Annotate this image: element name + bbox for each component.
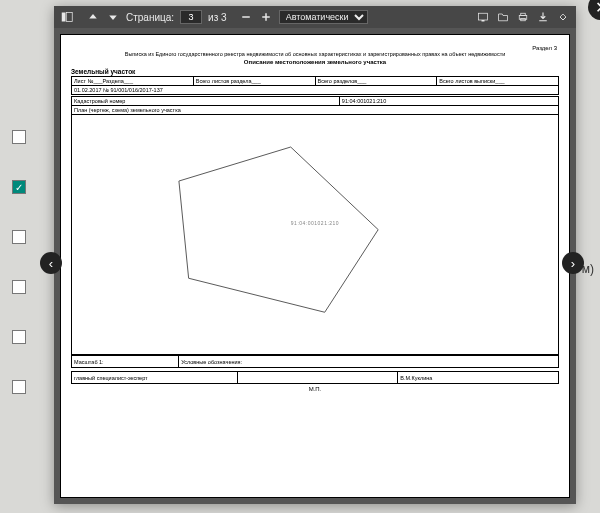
kad-label: Кадастровый номер [72,97,340,106]
meta-c3: Всего разделов___ [315,77,437,86]
foot-table-1: Масштаб 1: Условные обозначения: [71,355,559,368]
foot2-c3: В.М.Куклина [398,372,559,384]
page-label: Страница: [126,12,174,23]
checkbox-2[interactable]: ✓ [12,180,26,194]
zoom-out-icon[interactable] [239,10,253,24]
zoom-select[interactable]: Автоматически [279,10,368,24]
svg-rect-2 [242,16,250,18]
tools-icon[interactable] [556,10,570,24]
foot1-c2: Условные обозначения: [179,356,559,368]
checkbox-3[interactable] [12,230,26,244]
sidebar-toggle-icon[interactable] [60,10,74,24]
meta-date-num: 01.02.2017 № 91/001/016/2017-137 [72,86,559,95]
document-page: Раздел 3 Выписка из Единого государствен… [60,34,570,498]
page-down-icon[interactable] [106,10,120,24]
download-icon[interactable] [536,10,550,24]
svg-rect-5 [479,13,488,20]
parcel-shape [72,115,558,354]
plan-center-text: 91:04:001021:210 [291,220,339,226]
kad-table: Кадастровый номер 91:04:001021:210 [71,96,559,106]
meta-c4: Всего листов выписки___ [437,77,559,86]
print-icon[interactable] [516,10,530,24]
zoom-in-icon[interactable] [259,10,273,24]
foot-table-2: главный специалист-эксперт В.М.Куклина [71,371,559,384]
checkbox-1[interactable] [12,130,26,144]
doc-subtitle: Описание местоположения земельного участ… [71,59,559,65]
svg-rect-4 [265,13,267,21]
pdf-page-area[interactable]: Раздел 3 Выписка из Единого государствен… [54,28,576,504]
presentation-icon[interactable] [476,10,490,24]
svg-rect-1 [66,13,72,22]
kad-value: 91:04:001021:210 [339,97,558,106]
land-label: Земельный участок [71,68,559,75]
foot2-c1: главный специалист-эксперт [72,372,238,384]
svg-rect-6 [482,20,485,22]
meta-c1: Лист №___Раздела___ [72,77,194,86]
close-button[interactable]: ✕ [588,0,600,20]
plan-label: План (чертеж, схема) земельного участка [71,106,559,115]
meta-table: Лист №___Раздела___ Всего листов раздела… [71,76,559,95]
svg-rect-8 [521,13,526,15]
doc-title: Выписка из Единого государственного реес… [71,51,559,58]
document-modal: Страница: из 3 Автоматически [54,6,576,504]
page-of-label: из 3 [208,12,227,23]
foot2-c2 [237,372,398,384]
section-number: Раздел 3 [532,45,557,51]
next-button[interactable]: › [562,252,584,274]
checkbox-6[interactable] [12,380,26,394]
page-number-input[interactable] [180,10,202,24]
svg-rect-0 [62,13,66,22]
foot1-c1: Масштаб 1: [72,356,179,368]
meta-c2: Всего листов раздела___ [193,77,315,86]
pdf-viewer: Страница: из 3 Автоматически [54,6,576,504]
prev-button[interactable]: ‹ [40,252,62,274]
checkbox-4[interactable] [12,280,26,294]
svg-marker-10 [179,147,378,312]
page-up-icon[interactable] [86,10,100,24]
checkbox-5[interactable] [12,330,26,344]
open-file-icon[interactable] [496,10,510,24]
pdf-toolbar: Страница: из 3 Автоматически [54,6,576,28]
sidebar-checkbox-group: ✓ [12,130,26,394]
mp-label: М.П. [71,386,559,392]
plan-box: 91:04:001021:210 [71,115,559,355]
